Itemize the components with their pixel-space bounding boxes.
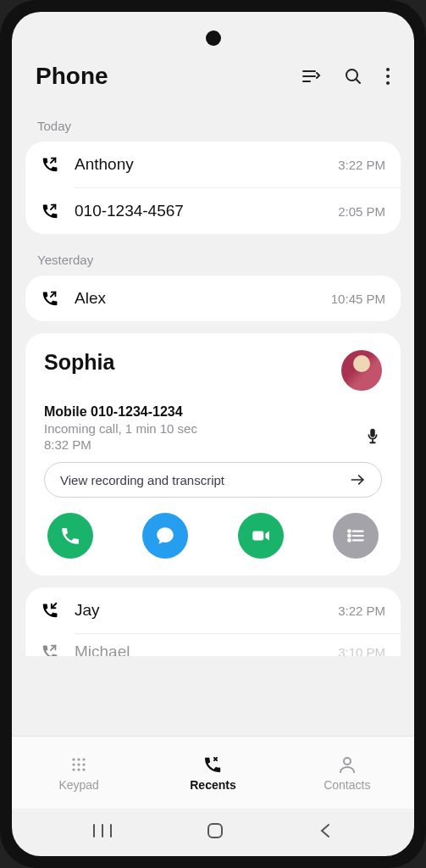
call-row-time: 3:10 PM (338, 645, 385, 657)
section-label-today: Today (12, 112, 414, 142)
svg-point-32 (83, 768, 86, 771)
scroll-content[interactable]: Phone (12, 12, 414, 736)
svg-line-4 (356, 79, 360, 83)
outgoing-call-icon (41, 289, 59, 308)
nav-recents[interactable]: Recents (146, 737, 279, 809)
svg-point-27 (73, 763, 75, 765)
call-row[interactable]: 010-1234-4567 2:05 PM (25, 188, 401, 234)
svg-point-25 (78, 758, 80, 760)
call-row[interactable]: Michael 3:10 PM (25, 634, 401, 656)
svg-point-26 (83, 758, 86, 760)
svg-point-29 (83, 763, 86, 765)
view-recording-label: View recording and transcript (60, 473, 349, 487)
expanded-time: 8:32 PM (44, 437, 363, 452)
card-today: Anthony 3:22 PM 010-1234-4567 2:05 PM (25, 142, 401, 234)
expanded-name: Sophia (44, 350, 341, 375)
call-row-time: 10:45 PM (331, 292, 385, 306)
keypad-icon (69, 754, 89, 775)
call-row-name: 010-1234-4567 (75, 202, 338, 220)
svg-point-31 (78, 768, 80, 771)
nav-keypad-label: Keypad (58, 778, 98, 792)
svg-point-7 (386, 81, 390, 85)
system-back-button[interactable] (318, 822, 335, 843)
more-vertical-icon[interactable] (385, 66, 390, 86)
section-label-yesterday: Yesterday (12, 246, 414, 275)
svg-point-6 (386, 75, 390, 78)
outgoing-call-icon (41, 202, 59, 220)
svg-rect-37 (208, 824, 222, 837)
system-home-button[interactable] (205, 821, 225, 844)
expanded-number: Mobile 010-1234-1234 (44, 404, 363, 420)
incoming-call-icon (41, 601, 59, 620)
call-row[interactable]: Anthony 3:22 PM (25, 142, 401, 187)
details-button[interactable] (333, 513, 379, 559)
view-recording-button[interactable]: View recording and transcript (44, 462, 382, 498)
contact-avatar[interactable] (341, 350, 382, 391)
system-recents-button[interactable] (91, 823, 113, 842)
card-yesterday-alex: Alex 10:45 PM (25, 275, 401, 321)
svg-point-20 (348, 539, 351, 542)
call-row-name: Alex (75, 289, 331, 308)
front-camera-hole (206, 31, 221, 46)
call-row-name: Jay (75, 601, 338, 620)
call-row-time: 3:22 PM (338, 158, 385, 172)
call-row-name: Michael (75, 643, 338, 656)
microphone-icon[interactable] (363, 426, 382, 445)
svg-point-33 (344, 758, 351, 765)
message-button[interactable] (142, 513, 188, 559)
system-nav-bar (12, 809, 414, 856)
call-row-time: 2:05 PM (338, 204, 385, 219)
filter-icon[interactable] (301, 66, 321, 86)
nav-recents-label: Recents (190, 778, 235, 792)
svg-rect-14 (252, 531, 263, 541)
nav-keypad[interactable]: Keypad (12, 737, 146, 809)
svg-point-30 (73, 768, 75, 771)
expanded-call-card: Sophia Mobile 010-1234-1234 Incoming cal… (25, 333, 401, 576)
svg-point-28 (78, 763, 80, 765)
call-button[interactable] (47, 513, 93, 559)
arrow-right-icon (349, 471, 366, 488)
outgoing-call-icon (41, 155, 59, 174)
outgoing-call-icon (41, 643, 59, 656)
svg-marker-15 (265, 531, 268, 541)
call-row-time: 3:22 PM (338, 604, 385, 618)
call-row[interactable]: Alex 10:45 PM (25, 275, 401, 321)
card-after: Jay 3:22 PM Michael 3:10 PM (25, 587, 401, 656)
call-row-name: Anthony (75, 155, 338, 174)
expanded-detail: Incoming call, 1 min 10 sec (44, 421, 363, 436)
contacts-icon (337, 754, 357, 775)
nav-contacts-label: Contacts (324, 778, 370, 792)
video-call-button[interactable] (238, 513, 284, 559)
page-title: Phone (36, 63, 301, 90)
svg-point-24 (73, 758, 75, 760)
search-icon[interactable] (343, 66, 363, 86)
nav-contacts[interactable]: Contacts (280, 737, 414, 809)
svg-point-16 (348, 530, 351, 532)
svg-point-18 (348, 535, 351, 537)
bottom-nav: Keypad Recents Contacts (12, 736, 414, 809)
recents-icon (202, 754, 223, 775)
svg-point-5 (386, 68, 390, 71)
call-row[interactable]: Jay 3:22 PM (25, 587, 401, 633)
